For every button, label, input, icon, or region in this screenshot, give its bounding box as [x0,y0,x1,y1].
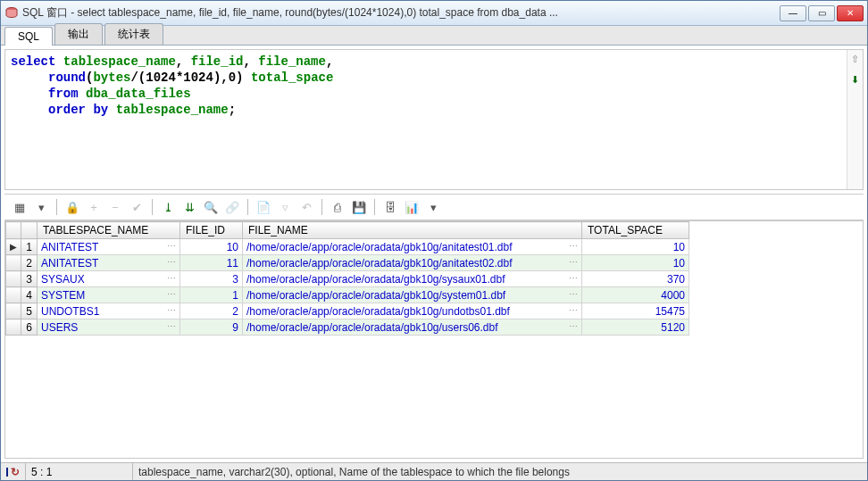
status-info: tablespace_name, varchar2(30), optional,… [133,463,867,480]
cell-filename[interactable]: /home/oracle/app/oracle/oradata/gbk10g/u… [243,319,582,336]
cell-totalspace[interactable]: 10 [582,239,689,255]
cell-fileid[interactable]: 10 [180,239,243,255]
sql-window: SQL 窗口 - select tablespace_name, file_id… [0,0,868,481]
col-totalspace[interactable]: TOTAL_SPACE [582,222,689,239]
nav-up-icon[interactable]: ⇧ [851,54,859,65]
row-number: 2 [21,255,38,271]
lock-icon[interactable]: 🔒 [64,199,80,215]
window-title: SQL 窗口 - select tablespace_name, file_id… [22,5,780,21]
cell-filename[interactable]: /home/oracle/app/oracle/oradata/gbk10g/a… [243,239,582,255]
cell-filename[interactable]: /home/oracle/app/oracle/oradata/gbk10g/s… [243,287,582,303]
table-row[interactable]: 2ANITATEST⋯11/home/oracle/app/oracle/ora… [6,255,689,271]
result-grid: TABLESPACE_NAME FILE_ID FILE_NAME TOTAL_… [5,221,689,336]
table-row[interactable]: 6USERS⋯9/home/oracle/app/oracle/oradata/… [6,319,689,336]
row-indicator [6,303,21,319]
maximize-button[interactable]: ▭ [808,5,835,21]
export-icon[interactable]: ⎙ [330,199,346,215]
app-icon [4,6,19,21]
result-grid-wrap[interactable]: TABLESPACE_NAME FILE_ID FILE_NAME TOTAL_… [4,220,864,459]
cell-tablespace[interactable]: ANITATEST⋯ [38,255,180,271]
col-indicator[interactable] [6,222,21,239]
cell-tablespace[interactable]: SYSAUX⋯ [38,271,180,287]
cell-totalspace[interactable]: 4000 [582,287,689,303]
row-indicator [6,287,21,303]
cell-tablespace[interactable]: UNDOTBS1⋯ [38,303,180,319]
row-number: 3 [21,271,38,287]
close-button[interactable]: ✕ [837,5,864,21]
dropdown-icon[interactable]: ▾ [33,199,49,215]
fetch-all-icon[interactable]: ⇊ [181,199,197,215]
grid-icon[interactable]: ▦ [12,199,28,215]
cell-totalspace[interactable]: 15475 [582,303,689,319]
col-filename[interactable]: FILE_NAME [243,222,582,239]
col-fileid[interactable]: FILE_ID [180,222,243,239]
row-number: 4 [21,287,38,303]
cell-filename[interactable]: /home/oracle/app/oracle/oradata/gbk10g/a… [243,255,582,271]
minimize-button[interactable]: — [780,5,806,21]
table-row[interactable]: 4SYSTEM⋯1/home/oracle/app/oracle/oradata… [6,287,689,303]
status-bar: ↻ 5 : 1 tablespace_name, varchar2(30), o… [1,462,867,480]
col-rownum[interactable] [21,222,38,239]
sql-editor-wrap: select tablespace_name, file_id, file_na… [4,49,864,190]
commit-icon: ✔ [129,199,145,215]
link-icon: 🔗 [224,199,240,215]
dropdown2-icon: ▿ [277,199,293,215]
find-icon[interactable]: 🔍 [203,199,219,215]
table-row[interactable]: ▶1ANITATEST⋯10/home/oracle/app/oracle/or… [6,239,689,255]
save-icon[interactable]: 💾 [351,199,367,215]
row-indicator [6,271,21,287]
titlebar[interactable]: SQL 窗口 - select tablespace_name, file_id… [1,1,867,26]
chart-icon[interactable]: 📊 [404,199,420,215]
cell-totalspace[interactable]: 370 [582,271,689,287]
status-position: 5 : 1 [26,463,133,480]
status-led: ↻ [1,463,26,480]
cell-filename[interactable]: /home/oracle/app/oracle/oradata/gbk10g/s… [243,271,582,287]
row-number: 5 [21,303,38,319]
query-icon[interactable]: 📄 [255,199,271,215]
fetch-icon[interactable]: ⤓ [160,199,176,215]
cell-fileid[interactable]: 1 [180,287,243,303]
cell-fileid[interactable]: 3 [180,271,243,287]
refresh-icon[interactable]: ↻ [11,466,20,478]
db-icon[interactable]: 🗄 [382,199,398,215]
remove-icon: − [107,199,123,215]
cell-totalspace[interactable]: 10 [582,255,689,271]
tab-output[interactable]: 输出 [54,23,103,45]
editor-nav: ⇧ ⬇ [847,50,863,189]
col-tablespace[interactable]: TABLESPACE_NAME [38,222,180,239]
chart-dd-icon[interactable]: ▾ [425,199,441,215]
row-indicator [6,255,21,271]
cell-tablespace[interactable]: USERS⋯ [38,319,180,336]
row-number: 1 [21,239,38,255]
add-icon: + [86,199,102,215]
cell-fileid[interactable]: 2 [180,303,243,319]
grid-toolbar: ▦▾ 🔒 + − ✔ ⤓ ⇊ 🔍 🔗 📄 ▿ ↶ ⎙ 💾 🗄 📊▾ [4,194,864,220]
nav-down-icon[interactable]: ⬇ [851,74,859,86]
cell-fileid[interactable]: 11 [180,255,243,271]
undo-icon: ↶ [298,199,314,215]
row-indicator: ▶ [6,239,21,255]
table-row[interactable]: 5UNDOTBS1⋯2/home/oracle/app/oracle/orada… [6,303,689,319]
cell-fileid[interactable]: 9 [180,319,243,336]
tab-bar: SQL 输出 统计表 [1,26,867,46]
cell-tablespace[interactable]: ANITATEST⋯ [38,239,180,255]
tab-sql[interactable]: SQL [4,27,53,46]
row-number: 6 [21,319,38,336]
cell-filename[interactable]: /home/oracle/app/oracle/oradata/gbk10g/u… [243,303,582,319]
tab-stats[interactable]: 统计表 [104,23,163,45]
row-indicator [6,319,21,336]
cell-totalspace[interactable]: 5120 [582,319,689,336]
sql-editor[interactable]: select tablespace_name, file_id, file_na… [5,50,847,189]
table-row[interactable]: 3SYSAUX⋯3/home/oracle/app/oracle/oradata… [6,271,689,287]
cell-tablespace[interactable]: SYSTEM⋯ [38,287,180,303]
